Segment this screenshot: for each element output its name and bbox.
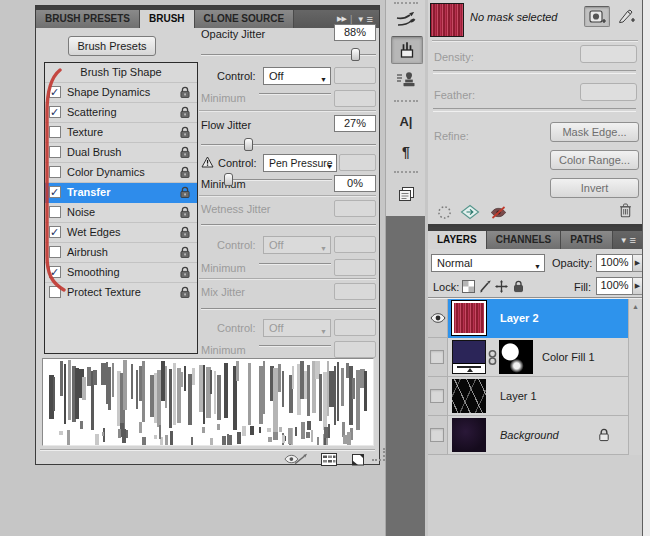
lock-icon[interactable] <box>179 166 192 180</box>
visibility-cell[interactable] <box>428 377 448 416</box>
checkbox[interactable]: ✓ <box>49 246 61 258</box>
visibility-toggle-empty[interactable] <box>430 350 444 364</box>
option-color-dynamics[interactable]: ✓ Color Dynamics <box>45 163 197 183</box>
clone-source-panel-icon[interactable] <box>391 67 421 93</box>
checkbox[interactable]: ✓ <box>49 106 61 118</box>
layer-opacity-value[interactable]: 100% <box>596 254 633 272</box>
option-noise[interactable]: ✓ Noise <box>45 203 197 223</box>
mask-selection-icon[interactable] <box>433 204 455 221</box>
layer-name[interactable]: Color Fill 1 <box>542 338 595 376</box>
lock-position-icon[interactable] <box>494 279 508 293</box>
lock-icon[interactable] <box>179 226 192 240</box>
layers-scrollbar[interactable]: ▲ <box>628 299 642 455</box>
slider-thumb[interactable] <box>351 48 360 61</box>
delete-mask-icon[interactable] <box>614 202 636 219</box>
option-scattering[interactable]: ✓ Scattering <box>45 103 197 123</box>
visibility-toggle-empty[interactable] <box>430 428 444 442</box>
tab-brush-presets[interactable]: BRUSH PRESETS <box>36 10 140 28</box>
visibility-cell[interactable] <box>428 338 448 377</box>
visibility-toggle-empty[interactable] <box>430 389 444 403</box>
layer-mask-thumbnail[interactable] <box>499 340 533 374</box>
tab-channels[interactable]: CHANNELS <box>487 231 562 249</box>
visibility-cell[interactable] <box>428 299 448 338</box>
new-brush-icon[interactable] <box>346 452 370 467</box>
layer-thumbnail[interactable] <box>452 418 486 452</box>
layer-thumbnail[interactable] <box>452 379 486 413</box>
option-texture[interactable]: ✓ Texture <box>45 123 197 143</box>
layer-fill-value[interactable]: 100% <box>596 277 633 295</box>
collapse-panel-icon[interactable]: ▶▶ <box>337 15 346 23</box>
layer-comps-panel-icon[interactable] <box>391 181 421 207</box>
layer-name[interactable]: Layer 1 <box>500 377 537 415</box>
tab-paths[interactable]: PATHS <box>561 231 612 249</box>
brush-presets-button[interactable]: Brush Presets <box>68 36 156 56</box>
checkbox[interactable]: ✓ <box>49 206 61 218</box>
flow-jitter-slider[interactable] <box>201 138 376 151</box>
flow-control-dropdown[interactable]: Pen Pressure ▼ <box>263 154 337 172</box>
blend-mode-dropdown[interactable]: Normal ▼ <box>431 254 545 272</box>
lock-transparency-icon[interactable] <box>461 279 475 293</box>
link-mask-icon[interactable] <box>488 349 497 366</box>
invert-button[interactable]: Invert <box>550 178 639 198</box>
checkbox[interactable]: ✓ <box>49 86 61 98</box>
flow-minimum-slider[interactable] <box>228 173 332 186</box>
option-protect-texture[interactable]: ✓ Protect Texture <box>45 283 197 303</box>
option-wet-edges[interactable]: ✓ Wet Edges <box>45 223 197 243</box>
flow-jitter-value[interactable]: 27% <box>334 115 376 132</box>
layer-thumbnail[interactable] <box>452 301 486 335</box>
layer-row-color-fill-1[interactable]: Color Fill 1 <box>428 338 628 377</box>
lock-icon[interactable] <box>179 266 192 280</box>
checkbox[interactable]: ✓ <box>49 186 61 198</box>
dock-grip[interactable] <box>394 171 418 176</box>
eye-icon[interactable] <box>430 313 446 323</box>
fill-layer-thumbnail[interactable] <box>452 340 486 374</box>
flow-minimum-value[interactable]: 0% <box>334 175 376 192</box>
checkbox[interactable]: ✓ <box>49 126 61 138</box>
panel-menu-icon[interactable]: ▼≡ <box>620 234 636 246</box>
opacity-jitter-slider[interactable] <box>201 48 376 61</box>
brush-preview-toggle-icon[interactable] <box>284 452 308 467</box>
lock-icon[interactable] <box>179 246 192 260</box>
slider-thumb[interactable] <box>244 138 253 151</box>
tab-layers[interactable]: LAYERS <box>428 231 487 249</box>
tab-brush[interactable]: BRUSH <box>140 10 195 28</box>
lock-icon[interactable] <box>179 86 192 100</box>
lock-icon[interactable] <box>179 146 192 160</box>
lock-all-icon[interactable] <box>511 279 525 293</box>
option-smoothing[interactable]: ✓ Smoothing <box>45 263 197 283</box>
checkbox[interactable]: ✓ <box>49 166 61 178</box>
layer-name[interactable]: Background <box>500 416 559 454</box>
option-dual-brush[interactable]: ✓ Dual Brush <box>45 143 197 163</box>
add-pixel-mask-button[interactable] <box>584 6 610 27</box>
lock-icon[interactable] <box>179 186 192 200</box>
checkbox[interactable]: ✓ <box>49 226 61 238</box>
option-airbrush[interactable]: ✓ Airbrush <box>45 243 197 263</box>
tab-clone-source[interactable]: CLONE SOURCE <box>195 10 295 28</box>
apply-mask-icon[interactable] <box>459 203 481 220</box>
paragraph-panel-icon[interactable]: ¶ <box>391 139 421 165</box>
checkbox[interactable]: ✓ <box>49 146 61 158</box>
color-range-button[interactable]: Color Range... <box>550 150 639 170</box>
add-vector-mask-button[interactable] <box>614 6 640 27</box>
checkbox[interactable]: ✓ <box>49 286 61 298</box>
checkbox[interactable]: ✓ <box>49 266 61 278</box>
lock-icon[interactable] <box>179 206 192 220</box>
disable-mask-icon[interactable] <box>487 204 509 221</box>
option-shape-dynamics[interactable]: ✓ Shape Dynamics <box>45 83 197 103</box>
brush-tip-shape-item[interactable]: Brush Tip Shape <box>45 63 197 83</box>
mask-edge-button[interactable]: Mask Edge... <box>550 122 639 142</box>
lock-icon[interactable] <box>179 286 192 300</box>
lock-pixels-icon[interactable] <box>478 279 492 293</box>
panel-resize-grip[interactable] <box>372 448 385 461</box>
opacity-control-dropdown[interactable]: Off ▼ <box>263 67 331 85</box>
layer-row-layer-2[interactable]: Layer 2 <box>428 299 628 338</box>
layer-row-layer-1[interactable]: Layer 1 <box>428 377 628 416</box>
layer-thumbnail[interactable] <box>430 3 464 37</box>
brush-presets-panel-icon[interactable] <box>391 7 421 33</box>
layer-name[interactable]: Layer 2 <box>500 299 539 337</box>
lock-icon[interactable] <box>179 126 192 140</box>
visibility-cell[interactable] <box>428 416 448 455</box>
brush-panel-icon[interactable] <box>391 36 423 64</box>
slider-thumb[interactable] <box>224 173 233 186</box>
lock-icon[interactable] <box>179 106 192 120</box>
